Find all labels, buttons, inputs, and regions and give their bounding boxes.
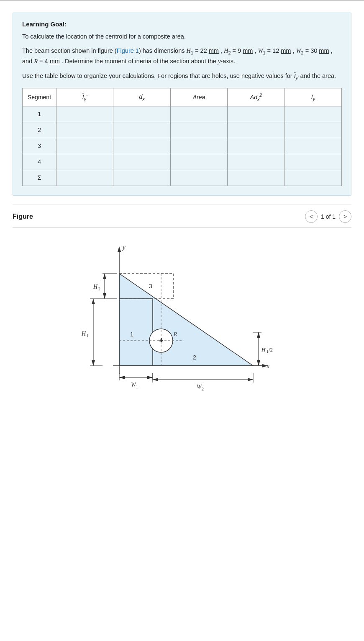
- input-iy-val-2[interactable]: [290, 127, 336, 133]
- cell-iy-2[interactable]: [56, 122, 113, 138]
- figure-section: Figure < 1 of 1 >: [0, 204, 364, 412]
- figure-1-diagram: y x 1 2 3 4 R H: [77, 240, 287, 399]
- svg-text:1: 1: [136, 385, 138, 389]
- svg-text:/2: /2: [269, 346, 273, 353]
- table-row: 4: [23, 154, 342, 170]
- table-header-row: Segment Iy′ dx Area Adx2 Iy: [23, 88, 342, 106]
- input-adx2-sigma[interactable]: [233, 175, 279, 181]
- input-dx-sigma[interactable]: [118, 175, 165, 181]
- input-iy-2[interactable]: [62, 127, 108, 133]
- learning-goal-box: Learning Goal: To calculate the location…: [13, 13, 351, 196]
- input-adx2-4[interactable]: [233, 159, 279, 165]
- col-header-area: Area: [170, 88, 227, 106]
- figure-title: Figure: [13, 213, 33, 220]
- cell-dx-4[interactable]: [113, 154, 170, 170]
- svg-marker-47: [257, 360, 260, 366]
- cell-dx-3[interactable]: [113, 138, 170, 154]
- svg-text:x: x: [266, 363, 269, 370]
- cell-adx2-2[interactable]: [228, 122, 285, 138]
- input-adx2-3[interactable]: [233, 143, 279, 149]
- svg-text:H: H: [81, 331, 86, 337]
- svg-marker-19: [103, 293, 106, 299]
- input-adx2-2[interactable]: [233, 127, 279, 133]
- table-row: 2: [23, 122, 342, 138]
- input-dx-1[interactable]: [118, 111, 165, 117]
- svg-marker-40: [248, 378, 253, 381]
- cell-dx-sigma[interactable]: [113, 170, 170, 186]
- input-area-1[interactable]: [176, 111, 222, 117]
- input-area-sigma[interactable]: [176, 175, 222, 181]
- input-dx-3[interactable]: [118, 143, 165, 149]
- figure-divider: [13, 227, 351, 227]
- table-row: 3: [23, 138, 342, 154]
- cell-area-3[interactable]: [170, 138, 227, 154]
- prev-figure-button[interactable]: <: [305, 210, 318, 223]
- cell-segment-4: 4: [23, 154, 56, 170]
- diagram-container: y x 1 2 3 4 R H: [13, 236, 351, 412]
- cell-iy-4[interactable]: [56, 154, 113, 170]
- cell-adx2-4[interactable]: [228, 154, 285, 170]
- input-adx2-1[interactable]: [233, 111, 279, 117]
- page-indicator: 1 of 1: [321, 213, 336, 220]
- svg-text:2: 2: [202, 387, 204, 391]
- svg-marker-46: [257, 332, 260, 338]
- svg-text:2: 2: [193, 354, 196, 361]
- input-area-4[interactable]: [176, 159, 222, 165]
- cell-dx-1[interactable]: [113, 106, 170, 122]
- cell-area-2[interactable]: [170, 122, 227, 138]
- page-current: 1: [321, 213, 324, 220]
- input-iy-val-3[interactable]: [290, 143, 336, 149]
- input-iy-3[interactable]: [62, 143, 108, 149]
- cell-area-4[interactable]: [170, 154, 227, 170]
- cell-iy-val-sigma[interactable]: [285, 170, 341, 186]
- svg-text:1: 1: [267, 349, 269, 354]
- figure-nav: < 1 of 1 >: [305, 210, 351, 223]
- svg-text:1: 1: [87, 333, 89, 338]
- svg-marker-5: [118, 246, 121, 252]
- input-iy-4[interactable]: [62, 159, 108, 165]
- svg-text:R: R: [173, 331, 177, 337]
- input-iy-1[interactable]: [62, 111, 108, 117]
- cell-dx-2[interactable]: [113, 122, 170, 138]
- col-header-adx2: Adx2: [228, 88, 285, 106]
- input-area-3[interactable]: [176, 143, 222, 149]
- input-area-2[interactable]: [176, 127, 222, 133]
- input-dx-2[interactable]: [118, 127, 165, 133]
- cell-area-1[interactable]: [170, 106, 227, 122]
- cell-adx2-3[interactable]: [228, 138, 285, 154]
- svg-marker-33: [147, 376, 153, 379]
- input-iy-val-4[interactable]: [290, 159, 336, 165]
- col-header-iy: Iy: [285, 88, 341, 106]
- cell-iy-val-1[interactable]: [285, 106, 341, 122]
- cell-iy-val-3[interactable]: [285, 138, 341, 154]
- input-dx-4[interactable]: [118, 159, 165, 165]
- learning-goal-title: Learning Goal:: [22, 21, 342, 28]
- svg-text:H: H: [261, 346, 266, 353]
- input-iy-val-1[interactable]: [290, 111, 336, 117]
- cell-adx2-sigma[interactable]: [228, 170, 285, 186]
- cell-iy-val-2[interactable]: [285, 122, 341, 138]
- cell-segment-3: 3: [23, 138, 56, 154]
- figure-1-link[interactable]: Figure 1: [117, 47, 139, 54]
- calc-table: Segment Iy′ dx Area Adx2 Iy 1: [22, 88, 342, 186]
- input-iy-val-sigma[interactable]: [290, 175, 336, 181]
- col-header-dx: dx: [113, 88, 170, 106]
- page-label: of 1: [326, 213, 336, 220]
- cell-iy-val-4[interactable]: [285, 154, 341, 170]
- table-container: Segment Iy′ dx Area Adx2 Iy 1: [22, 88, 342, 186]
- paragraph-3: Use the table below to organize your cal…: [22, 71, 342, 82]
- cell-adx2-1[interactable]: [228, 106, 285, 122]
- svg-marker-25: [92, 299, 95, 304]
- cell-area-sigma[interactable]: [170, 170, 227, 186]
- svg-marker-26: [92, 360, 95, 366]
- svg-text:2: 2: [98, 287, 100, 291]
- cell-iy-sigma[interactable]: [56, 170, 113, 186]
- paragraph-2: The beam section shown in figure (Figure…: [22, 46, 342, 66]
- svg-rect-1: [119, 299, 153, 366]
- cell-iy-3[interactable]: [56, 138, 113, 154]
- cell-iy-1[interactable]: [56, 106, 113, 122]
- table-row-sigma: Σ: [23, 170, 342, 186]
- input-iy-sigma[interactable]: [62, 175, 108, 181]
- svg-marker-32: [119, 376, 125, 379]
- next-figure-button[interactable]: >: [339, 210, 351, 223]
